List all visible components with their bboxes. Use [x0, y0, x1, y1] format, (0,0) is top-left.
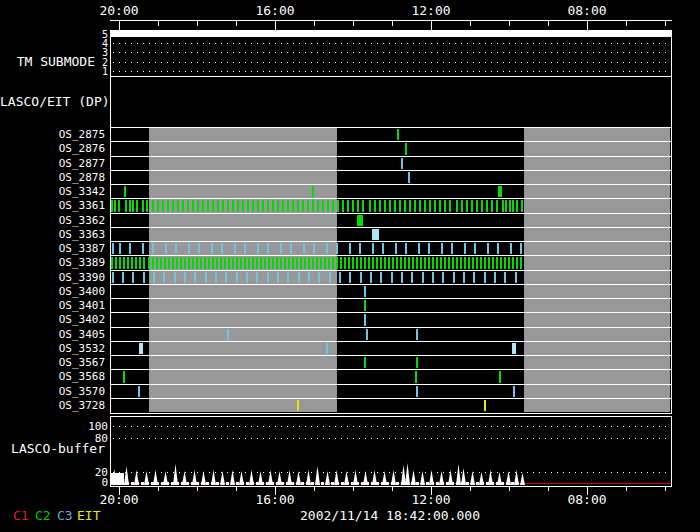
buffer-spike: [506, 471, 511, 485]
event-tick-mark: [142, 243, 144, 254]
event-tick-mark: [516, 257, 518, 268]
event-tick-mark: [384, 257, 386, 268]
gray-band: [149, 228, 337, 241]
gray-band: [149, 342, 337, 355]
event-tick-mark: [404, 200, 406, 211]
event-tick-mark: [486, 200, 488, 211]
event-tick-mark: [340, 257, 342, 268]
axis-tick: [236, 487, 237, 491]
event-tick-mark: [303, 243, 305, 254]
legend-item: C2: [35, 508, 51, 523]
legend-item: EIT: [77, 508, 100, 523]
os-row: [111, 199, 671, 213]
event-tick-mark: [176, 257, 178, 268]
event-tick-mark: [272, 200, 274, 211]
os-row-label: OS_3400: [0, 285, 105, 298]
axis-tick: [275, 21, 276, 31]
axis-tick: [665, 21, 666, 26]
buffer-spike: [124, 466, 129, 485]
event-tick-mark: [146, 200, 148, 211]
gray-band: [524, 271, 670, 284]
os-row-label: OS_3728: [0, 399, 105, 412]
gray-band: [149, 128, 337, 141]
gray-band: [149, 385, 337, 398]
event-tick-mark: [498, 186, 502, 197]
os-row-label: OS_3389: [0, 256, 105, 269]
event-tick-mark: [509, 200, 511, 211]
event-tick-mark: [268, 257, 270, 268]
buffer-spike: [315, 466, 320, 485]
event-tick-mark: [460, 257, 462, 268]
event-tick-mark: [196, 257, 198, 268]
event-tick-mark: [424, 200, 426, 211]
event-tick-mark: [257, 200, 259, 211]
event-tick-mark: [449, 200, 451, 211]
event-tick-mark: [112, 272, 114, 283]
os-row: [111, 385, 671, 399]
event-tick-mark: [240, 257, 242, 268]
buffer-spike: [520, 473, 525, 485]
event-tick-mark: [326, 243, 328, 254]
axis-tick-label: 20:00: [99, 3, 138, 18]
os-row-label: OS_3402: [0, 313, 105, 326]
event-tick-mark: [152, 200, 154, 211]
event-tick-mark: [471, 200, 473, 211]
event-tick-mark: [142, 200, 144, 211]
event-tick-mark: [395, 243, 397, 254]
event-tick-mark: [157, 200, 159, 211]
event-tick-mark: [277, 200, 279, 211]
event-tick-mark: [372, 257, 374, 268]
event-tick-mark: [252, 257, 254, 268]
event-tick-mark: [312, 257, 314, 268]
event-tick-mark: [132, 200, 134, 211]
event-tick-mark: [336, 243, 338, 254]
event-tick-mark: [382, 243, 384, 254]
os-row-label: OS_3532: [0, 342, 105, 355]
axis-tick-label: 08:00: [567, 492, 606, 507]
event-tick-mark: [439, 200, 441, 211]
event-tick-mark: [139, 343, 143, 354]
event-tick-mark: [337, 200, 339, 211]
event-tick-mark: [481, 200, 483, 211]
event-tick-mark: [177, 200, 179, 211]
event-tick-mark: [260, 257, 262, 268]
event-tick-mark: [272, 257, 274, 268]
event-tick-mark: [124, 186, 126, 197]
event-tick-mark: [364, 300, 366, 311]
axis-tick: [548, 487, 549, 491]
event-tick-mark: [444, 200, 446, 211]
event-tick-mark: [419, 200, 421, 211]
event-tick-mark: [227, 200, 229, 211]
axis-tick: [353, 487, 354, 491]
event-tick-mark: [287, 200, 289, 211]
axis-tick-label: 16:00: [255, 3, 294, 18]
axis-tick: [665, 487, 666, 491]
event-tick-mark: [416, 329, 418, 340]
event-tick-mark: [236, 272, 238, 283]
os-row: [111, 313, 671, 327]
tm-submode-dotted-gridline: [113, 43, 669, 44]
os-row-label: OS_3570: [0, 385, 105, 398]
axis-tick: [197, 487, 198, 491]
event-tick-mark: [221, 243, 223, 254]
event-tick-mark: [513, 386, 515, 397]
event-tick-mark: [244, 257, 246, 268]
event-tick-mark: [115, 257, 117, 268]
event-tick-mark: [494, 272, 496, 283]
buffer-axis-label: 0: [78, 476, 108, 489]
gray-band: [149, 313, 337, 326]
event-tick-mark: [118, 200, 120, 211]
event-tick-mark: [296, 257, 298, 268]
event-tick-mark: [313, 243, 315, 254]
gray-band: [524, 214, 670, 227]
event-tick-mark: [488, 257, 490, 268]
event-tick-mark: [248, 257, 250, 268]
lasco-eit-dp-label: LASCO/EIT (DP): [0, 94, 105, 109]
event-tick-mark: [300, 257, 302, 268]
event-tick-mark: [491, 200, 493, 211]
axis-tick: [197, 21, 198, 26]
event-tick-mark: [205, 272, 207, 283]
gray-band: [524, 399, 670, 412]
event-tick-mark: [408, 257, 410, 268]
event-tick-mark: [262, 200, 264, 211]
